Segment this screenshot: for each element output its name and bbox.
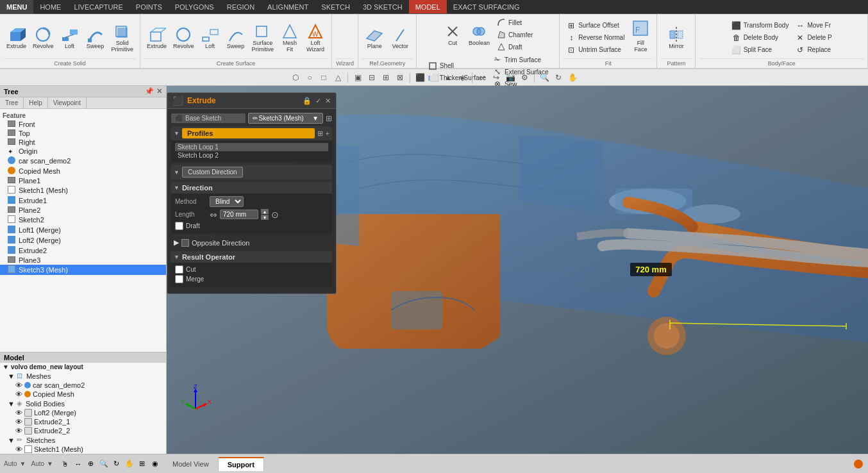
sketch-loop-2[interactable]: Sketch Loop 2 [175,151,328,160]
ribbon-btn-cut[interactable]: Cut [440,21,465,48]
tree-item-loft1[interactable]: Loft1 (Merge) [0,225,166,235]
extrude-cancel-icon[interactable]: ✕ [325,97,331,105]
toolbar-btn-view1[interactable]: ▣ [351,71,364,84]
feature-tree-scroll[interactable]: Feature Front Top Right ✦ Origin [0,109,166,352]
tree-item-extrude2[interactable]: Extrude2 [0,245,166,256]
tree-item-right[interactable]: Right [0,138,166,147]
opposite-direction-row[interactable]: ▶ Opposite Direction [171,236,332,249]
model-loft2-merge[interactable]: 👁 Loft2 (Merge) [0,408,166,417]
menu-item-exact-surfacing[interactable]: EXACT SURFACING [447,0,526,13]
custom-direction-header[interactable]: ▼ Custom Direction [171,165,332,179]
toolbar-btn-view3[interactable]: ⊞ [380,71,392,84]
toolbar-btn-undo[interactable]: ↩ [476,71,488,84]
panel-tab-tree[interactable]: Tree [0,97,24,108]
tree-item-plane3[interactable]: Plane3 [0,256,166,265]
tree-item-plane2[interactable]: Plane2 [0,206,166,215]
ribbon-btn-extrude-surface[interactable]: Extrude [144,24,169,51]
toolbar-btn-redo[interactable]: ↪ [490,71,503,84]
toolbar-btn-circle[interactable]: ○ [303,71,316,84]
length-input[interactable] [220,210,258,219]
ribbon-btn-mirror[interactable]: Mirror [664,24,689,51]
menu-item-model[interactable]: MODEL [409,0,447,13]
menu-item-sketch[interactable]: SKETCH [315,0,356,13]
bottom-icon-4[interactable]: 🔍 [98,458,110,470]
menu-item-alignment[interactable]: ALIGNMENT [261,0,315,13]
method-select[interactable]: Blind [210,196,244,207]
ribbon-btn-delete-body[interactable]: 🗑 Delete Body [729,32,792,44]
bottom-icon-2[interactable]: ↔ [72,458,84,470]
tree-item-extrude1[interactable]: Extrude1 [0,195,166,206]
panel-tab-viewpoint[interactable]: Viewpoint [48,97,87,108]
ribbon-btn-move-fr[interactable]: ↔ Move Fr [792,20,834,31]
menu-item-points[interactable]: POINTS [129,0,169,13]
toolbar-btn-camera[interactable]: 📷 [504,71,517,84]
model-eye-icon2[interactable]: 👁 [15,390,22,398]
length-spin-up[interactable]: ▲ [261,209,269,214]
model-car-scan[interactable]: 👁 car scan_demo2 [0,381,166,390]
ribbon-btn-surface-offset[interactable]: ⊞ Surface Offset [563,20,627,31]
ribbon-btn-revolve-solid[interactable]: Revolve [30,24,56,51]
model-eye-icon1[interactable]: 👁 [15,381,22,389]
ribbon-btn-delete-p[interactable]: ✕ Delete P [792,32,834,44]
ribbon-btn-draft[interactable]: Draft [494,41,535,53]
tree-item-loft2[interactable]: Loft2 (Merge) [0,235,166,245]
length-spin-down[interactable]: ▼ [261,215,269,220]
model-sketches-group[interactable]: ▼ ✏ Sketches [0,435,166,445]
menu-item-menu[interactable]: MENU [0,0,33,13]
panel-tab-help[interactable]: Help [24,97,48,108]
ribbon-btn-fillet[interactable]: Fillet [494,17,535,28]
bottom-icon-6[interactable]: ✋ [124,458,135,470]
toolbar-btn-mode1[interactable]: ⬛ [413,71,426,84]
menu-item-livecapture[interactable]: LIVECAPTURE [67,0,129,13]
result-operator-header[interactable]: ▼ Result Operator [171,251,332,263]
bottom-tab-support[interactable]: Support [219,457,264,471]
tree-item-plane1[interactable]: Plane1 [0,176,166,185]
base-sketch-dropdown-icon[interactable]: ▼ [312,115,319,122]
bottom-icon-1[interactable]: 🖱 [60,458,71,470]
tree-item-sketch3[interactable]: Sketch3 (Mesh) [0,265,166,275]
toolbar-btn-rotate[interactable]: ↻ [552,71,565,84]
ribbon-btn-boolean[interactable]: Boolean [466,21,492,48]
toolbar-btn-zoom[interactable]: 🔍 [538,71,551,84]
profiles-section-header[interactable]: ▼ Profiles ⊞ + [171,126,332,140]
ribbon-btn-replace[interactable]: ↺ Replace [792,44,834,56]
toolbar-btn-settings[interactable]: ⚙ [518,71,531,84]
ribbon-btn-shell[interactable]: Shell [425,60,488,72]
toolbar-btn-mode2[interactable]: ⬜ [428,71,440,84]
bottom-tab-model-view[interactable]: Model View [163,458,219,470]
custom-direction-button[interactable]: Custom Direction [182,167,243,178]
ribbon-btn-loft-surface[interactable]: Loft [198,24,222,51]
lock-icon[interactable]: 🔒 [303,97,312,105]
model-project-name[interactable]: ▼ volvo demo_new layout [0,363,166,371]
extrude2-1-eye-icon[interactable]: 👁 [15,418,22,426]
ribbon-btn-untrim-surface2[interactable]: ⊡ Untrim Surface [563,44,627,56]
ribbon-btn-fill-face[interactable]: F Fill Face [628,21,653,54]
base-sketch-options-icon[interactable]: ⊞ [326,114,332,123]
ribbon-btn-reverse-normal[interactable]: ↕ Reverse Normal [563,32,627,44]
ribbon-btn-sweep-surface[interactable]: Sweep [224,24,248,51]
tree-item-origin[interactable]: ✦ Origin [0,147,166,156]
ribbon-btn-loft-wizard[interactable]: W Loft Wizard [303,21,328,54]
draft-checkbox[interactable] [175,222,183,230]
model-sketch1-mesh[interactable]: 👁 Sketch1 (Mesh) [0,445,166,454]
opposite-dir-checkbox[interactable] [181,239,189,247]
cut-checkbox[interactable] [175,265,183,274]
length-target-icon[interactable]: ⊙ [271,210,279,220]
toolbar-btn-pan[interactable]: ✋ [566,71,579,84]
toolbar-btn-mode4[interactable]: ◈ [456,71,469,84]
merge-checkbox[interactable] [175,275,183,283]
ribbon-btn-sweep-solid[interactable]: Sweep [83,24,108,51]
tree-item-sketch1[interactable]: Sketch1 (Mesh) [0,185,166,195]
viewport[interactable]: 720 mm Z X Y ⬛ Extrude 🔒 ✓ ✕ [167,86,868,454]
sketch1-eye-icon[interactable]: 👁 [15,445,22,453]
sketch-loop-1[interactable]: Sketch Loop 1 [175,143,328,151]
bottom-icon-5[interactable]: ↻ [111,458,122,470]
model-extrude2-1[interactable]: 👁 Extrude2_1 [0,417,166,426]
ribbon-btn-transform-body[interactable]: ⬛ Transform Body [729,20,792,31]
tree-item-car-scan[interactable]: car scan_demo2 [0,156,166,166]
ribbon-btn-vector[interactable]: Vector [388,24,412,51]
ribbon-btn-plane[interactable]: Plane [362,24,387,51]
ribbon-btn-chamfer[interactable]: Chamfer [494,29,535,40]
toolbar-btn-select[interactable]: ⬡ [289,71,302,84]
tree-item-copied-mesh[interactable]: Copied Mesh [0,166,166,176]
